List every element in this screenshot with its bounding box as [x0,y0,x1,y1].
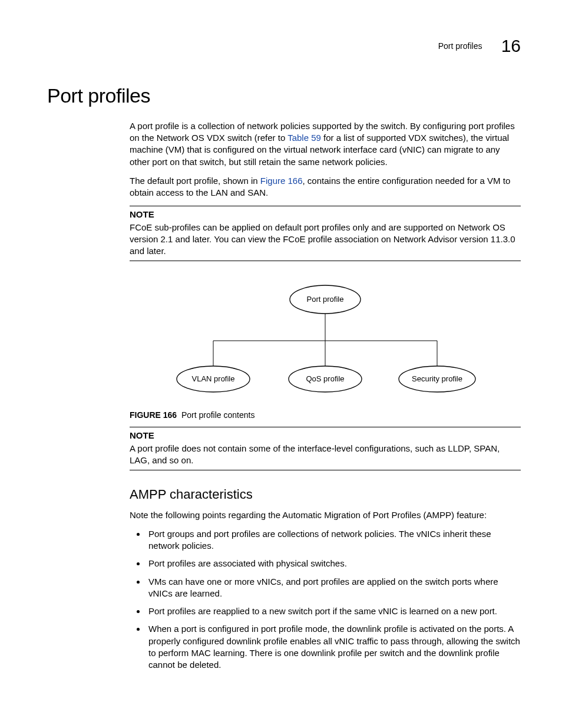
intro-paragraph: Note the following points regarding the … [130,509,521,521]
running-header: Port profiles 16 [438,34,521,58]
para2-pre: The default port profile, shown in [130,176,260,186]
diagram-mid: QoS profile [306,374,344,383]
diagram-svg: Port profile VLAN profile QoS profile Se… [160,279,490,403]
note-block-2: NOTE A port profile does not contain som… [130,427,521,470]
paragraph-1: A port profile is a collection of networ… [130,120,521,168]
list-item: Port groups and port profiles are collec… [146,528,521,552]
figure-label: FIGURE 166 [130,410,177,420]
chapter-number: 16 [501,34,521,58]
subheading: AMPP characteristics [130,486,521,503]
bullet-list: Port groups and port profiles are collec… [130,528,521,671]
note-text: A port profile does not contain some of … [130,443,521,467]
note-text: FCoE sub-profiles can be applied on defa… [130,222,521,258]
note-label: NOTE [130,430,521,442]
running-title: Port profiles [438,41,482,52]
diagram-top: Port profile [307,295,344,304]
note-label: NOTE [130,209,521,220]
table-link[interactable]: Table 59 [287,133,321,143]
page-title: Port profiles [47,83,521,110]
figure-diagram: Port profile VLAN profile QoS profile Se… [130,279,521,403]
figure-link[interactable]: Figure 166 [260,176,303,186]
body-content: A port profile is a collection of networ… [130,120,521,671]
figure-caption-text: Port profile contents [181,410,255,420]
list-item: VMs can have one or more vNICs, and port… [146,576,521,600]
list-item: When a port is configured in port profil… [146,623,521,671]
paragraph-2: The default port profile, shown in Figur… [130,175,521,199]
list-item: Port profiles are associated with physic… [146,558,521,569]
page: Port profiles 16 Port profiles A port pr… [0,0,562,728]
figure-caption: FIGURE 166 Port profile contents [130,410,521,421]
note-block-1: NOTE FCoE sub-profiles can be applied on… [130,206,521,261]
list-item: Port profiles are reapplied to a new swi… [146,605,521,617]
diagram-right: Security profile [412,374,462,383]
diagram-left: VLAN profile [192,374,235,383]
